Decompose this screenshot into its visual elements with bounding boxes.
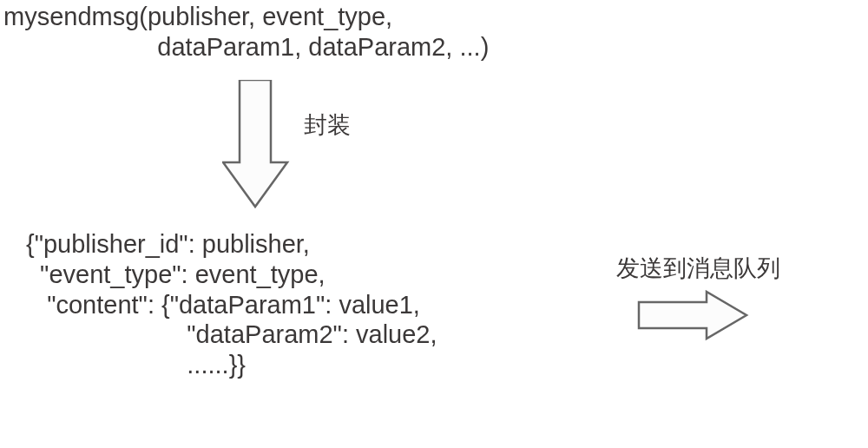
- json-line3: "content": {"dataParam1": value1,: [26, 291, 420, 319]
- function-call-text: mysendmsg(publisher, event_type, dataPar…: [3, 2, 489, 63]
- svg-marker-1: [639, 292, 746, 339]
- arrow-down-icon: [222, 80, 292, 210]
- svg-marker-0: [223, 80, 287, 207]
- json-output-text: {"publisher_id": publisher, "event_type"…: [26, 229, 437, 380]
- encapsulate-label: 封装: [304, 111, 351, 139]
- json-line5: ......}}: [26, 351, 246, 379]
- send-to-queue-label: 发送到消息队列: [616, 254, 780, 282]
- func-line2: dataParam1, dataParam2, ...): [3, 33, 489, 61]
- func-line1: mysendmsg(publisher, event_type,: [3, 3, 392, 30]
- json-line2: "event_type": event_type,: [26, 260, 326, 288]
- json-line4: "dataParam2": value2,: [26, 320, 437, 348]
- arrow-right-icon: [637, 290, 750, 342]
- json-line1: {"publisher_id": publisher,: [26, 230, 310, 258]
